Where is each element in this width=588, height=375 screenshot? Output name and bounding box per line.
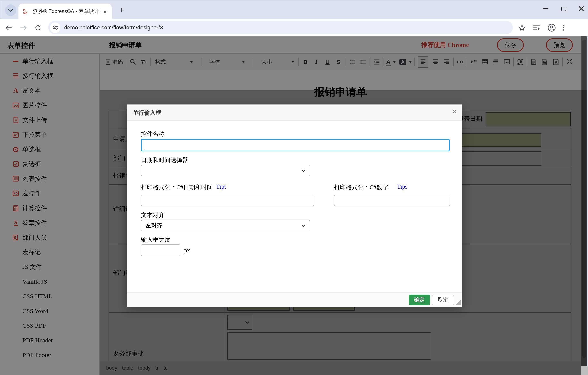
print-number-tips-link[interactable]: Tips [397, 183, 408, 190]
text-cursor [145, 142, 145, 149]
favicon-bottom: OA [23, 12, 27, 14]
window-minimize-button[interactable] [544, 6, 549, 11]
window-maximize-button[interactable] [561, 6, 566, 11]
toolbar-right-icons [519, 23, 564, 32]
browser-chrome: E, OA 派胜® ExpressOA - 表单设计器 × + [0, 0, 588, 36]
forward-button[interactable] [17, 21, 29, 34]
new-tab-button[interactable]: + [116, 5, 127, 16]
chevron-down-icon [301, 169, 306, 172]
print-format-date-label: 打印格式化：C#日期和时间 [141, 184, 213, 191]
address-bar[interactable]: demo.paioffice.com/flow/form/designer/3 [48, 21, 513, 34]
text-align-label: 文本对齐 [141, 211, 165, 219]
print-date-tips-link[interactable]: Tips [216, 183, 227, 190]
site-info-button[interactable] [50, 22, 60, 33]
input-width-field[interactable] [141, 244, 180, 256]
single-line-input-dialog: 单行输入框 × 控件名称 日期和时间选择器 打印格式化：C#日期和时间 Tips… [126, 104, 462, 307]
avatar-icon[interactable] [547, 23, 556, 32]
back-icon [5, 25, 12, 30]
dialog-header[interactable]: 单行输入框 × [127, 105, 462, 121]
tab-close-icon[interactable]: × [101, 8, 109, 15]
print-format-date-input[interactable] [141, 195, 315, 206]
datetime-picker-select[interactable] [141, 165, 310, 176]
print-format-number-label: 打印格式化：C#数字 [334, 184, 388, 191]
url-text[interactable]: demo.paioffice.com/flow/form/designer/3 [64, 24, 163, 30]
text-align-value: 左对齐 [145, 222, 163, 229]
app-window: E, OA 派胜® ExpressOA - 表单设计器 × + [0, 0, 588, 375]
text-align-select[interactable]: 左对齐 [141, 220, 310, 231]
window-scrollbar[interactable] [587, 36, 588, 375]
control-name-label: 控件名称 [141, 130, 165, 138]
ok-button[interactable]: 确定 [409, 295, 430, 305]
browser-toolbar: demo.paioffice.com/flow/form/designer/3 [0, 19, 588, 36]
datetime-picker-label: 日期和时间选择器 [141, 156, 188, 164]
media-controls-icon[interactable] [533, 25, 540, 30]
site-favicon-icon: E, OA [23, 8, 30, 15]
px-unit-label: px [184, 247, 190, 254]
forward-icon [20, 25, 27, 30]
cancel-button[interactable]: 取消 [432, 295, 454, 305]
tab-title: 派胜® ExpressOA - 表单设计器 [33, 8, 101, 15]
print-format-number-input[interactable] [334, 195, 450, 206]
tab-strip: E, OA 派胜® ExpressOA - 表单设计器 × + [0, 0, 588, 19]
input-width-label: 输入框宽度 [141, 236, 170, 243]
dialog-resize-handle[interactable] [455, 300, 461, 305]
dialog-title: 单行输入框 [133, 109, 161, 117]
dialog-close-icon[interactable]: × [452, 107, 457, 115]
bookmark-star-icon[interactable] [519, 24, 525, 31]
window-controls [544, 0, 584, 16]
site-settings-icon [52, 25, 58, 30]
reload-icon [35, 24, 41, 31]
window-close-button[interactable] [579, 6, 584, 11]
chevron-down-icon [8, 9, 13, 12]
back-button[interactable] [2, 21, 15, 34]
browser-menu-icon[interactable] [563, 25, 564, 30]
tab-search-button[interactable] [5, 4, 16, 16]
browser-tab[interactable]: E, OA 派胜® ExpressOA - 表单设计器 × [18, 4, 112, 20]
control-name-input[interactable] [141, 139, 450, 151]
reload-button[interactable] [32, 21, 44, 34]
chevron-down-icon [301, 224, 306, 227]
scrollbar-corner [581, 366, 588, 375]
